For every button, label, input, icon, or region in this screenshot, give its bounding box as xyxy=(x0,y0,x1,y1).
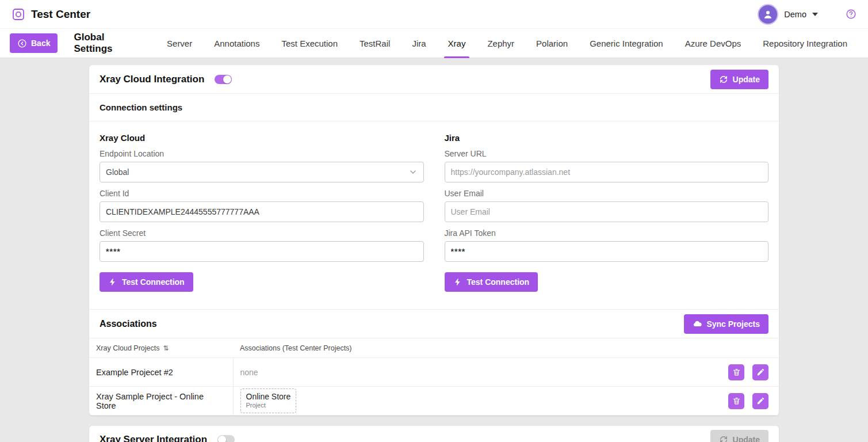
update-button-disabled[interactable]: Update xyxy=(710,430,768,442)
column-label: Xray Cloud Projects xyxy=(96,344,159,352)
person-icon xyxy=(762,9,774,20)
client-secret-label: Client Secret xyxy=(100,228,424,238)
toggle-knob xyxy=(223,75,231,83)
chip-project-type: Project xyxy=(246,402,291,410)
app-logo: Test Center xyxy=(12,7,90,21)
delete-button[interactable] xyxy=(728,364,744,380)
xray-cloud-toggle[interactable] xyxy=(215,75,232,84)
connection-settings-label: Connection settings xyxy=(100,102,182,112)
tab-xray[interactable]: Xray xyxy=(437,29,477,58)
lightning-bolt-icon xyxy=(108,277,117,287)
client-id-label: Client Id xyxy=(100,189,424,198)
xray-cloud-test-connection-button[interactable]: Test Connection xyxy=(100,272,193,292)
test-connection-label: Test Connection xyxy=(467,277,530,287)
column-header-actions xyxy=(721,338,779,358)
page-title: Global Settings xyxy=(74,32,142,55)
trash-icon xyxy=(732,368,741,376)
xray-server-title: Xray Server Integration xyxy=(100,434,207,442)
user-name: Demo xyxy=(784,10,806,19)
edit-button[interactable] xyxy=(752,364,768,380)
top-bar: Test Center Demo xyxy=(0,0,868,29)
server-url-input[interactable] xyxy=(445,162,769,182)
xray-cloud-column: Xray Cloud Endpoint Location Global Clie… xyxy=(100,133,424,292)
page: Test Center Demo xyxy=(0,0,868,442)
jira-column: Jira Server URL User Email Jira API Toke… xyxy=(445,133,769,292)
chip-project-name: Online Store xyxy=(246,392,291,402)
topbar-right: Demo xyxy=(758,4,856,25)
user-email-input[interactable] xyxy=(445,201,769,222)
delete-button[interactable] xyxy=(728,393,744,409)
jira-api-token-input[interactable] xyxy=(445,241,769,262)
association-chip[interactable]: Online Store Project xyxy=(240,388,297,413)
endpoint-location-value: Global xyxy=(106,167,129,177)
endpoint-location-label: Endpoint Location xyxy=(100,149,424,158)
settings-nav: Back Global Settings Server Annotations … xyxy=(0,29,868,58)
association-cell: none xyxy=(233,358,721,387)
pencil-icon xyxy=(756,368,765,376)
tab-polarion[interactable]: Polarion xyxy=(525,29,579,58)
xray-cloud-card-header: Xray Cloud Integration Update xyxy=(89,65,779,93)
content: Xray Cloud Integration Update Connection… xyxy=(0,58,868,442)
sync-projects-button[interactable]: Sync Projects xyxy=(684,314,768,334)
user-menu[interactable]: Demo xyxy=(758,4,818,25)
jira-api-token-label: Jira API Token xyxy=(445,228,769,238)
xray-server-card-header: Xray Server Integration Update xyxy=(89,426,779,442)
endpoint-location-select[interactable]: Global xyxy=(100,162,424,182)
connection-settings-heading: Connection settings xyxy=(89,93,779,121)
help-icon[interactable] xyxy=(846,9,856,20)
table-header-row: Xray Cloud Projects⇅ Associations (Test … xyxy=(89,338,779,358)
column-header-associations: Associations (Test Center Projects) xyxy=(233,338,721,358)
jira-section-title: Jira xyxy=(445,133,769,143)
test-connection-label: Test Connection xyxy=(122,277,185,287)
pencil-icon xyxy=(756,397,765,405)
sort-icon[interactable]: ⇅ xyxy=(163,344,169,352)
xray-server-toggle[interactable] xyxy=(217,435,235,442)
project-name: Xray Sample Project - Online Store xyxy=(89,387,233,416)
sync-projects-label: Sync Projects xyxy=(706,319,760,329)
trash-icon xyxy=(732,397,741,405)
xray-cloud-title: Xray Cloud Integration xyxy=(100,74,204,85)
refresh-icon xyxy=(719,75,728,84)
chevron-down-icon xyxy=(408,167,418,177)
lightning-bolt-icon xyxy=(453,277,462,287)
tab-jira[interactable]: Jira xyxy=(401,29,437,58)
app-title: Test Center xyxy=(31,8,90,21)
update-button[interactable]: Update xyxy=(710,70,768,89)
tab-server[interactable]: Server xyxy=(156,29,203,58)
server-url-label: Server URL xyxy=(445,149,769,158)
tab-repository-integration[interactable]: Repository Integration xyxy=(752,29,858,58)
tab-testrail[interactable]: TestRail xyxy=(349,29,401,58)
table-row: Example Projecet #2 none xyxy=(89,358,779,387)
app-logo-icon xyxy=(12,7,25,21)
xray-server-card: Xray Server Integration Update xyxy=(89,426,779,442)
tab-test-execution[interactable]: Test Execution xyxy=(270,29,349,58)
user-email-label: User Email xyxy=(445,189,769,198)
caret-down-icon xyxy=(812,13,818,16)
project-name: Example Projecet #2 xyxy=(89,358,233,387)
toggle-knob xyxy=(218,436,226,442)
xray-cloud-card: Xray Cloud Integration Update Connection… xyxy=(89,65,779,416)
client-id-input[interactable] xyxy=(100,201,424,222)
tab-bar: Server Annotations Test Execution TestRa… xyxy=(156,29,858,58)
client-secret-input[interactable] xyxy=(100,241,424,262)
column-header-projects[interactable]: Xray Cloud Projects⇅ xyxy=(89,338,233,358)
actions-cell xyxy=(721,387,779,416)
associations-table: Xray Cloud Projects⇅ Associations (Test … xyxy=(89,338,779,416)
tab-zephyr[interactable]: Zephyr xyxy=(476,29,525,58)
tab-azure-devops[interactable]: Azure DevOps xyxy=(674,29,752,58)
jira-test-connection-button[interactable]: Test Connection xyxy=(445,272,538,292)
tab-annotations[interactable]: Annotations xyxy=(203,29,270,58)
edit-button[interactable] xyxy=(752,393,768,409)
tab-generic-integration[interactable]: Generic Integration xyxy=(579,29,674,58)
association-cell: Online Store Project xyxy=(233,387,721,416)
avatar xyxy=(758,4,778,25)
association-value: none xyxy=(240,368,258,377)
column-label: Associations (Test Center Projects) xyxy=(240,344,352,352)
update-label: Update xyxy=(733,75,760,84)
back-button[interactable]: Back xyxy=(10,33,58,53)
xray-cloud-section-title: Xray Cloud xyxy=(100,133,424,143)
back-label: Back xyxy=(31,39,50,48)
refresh-icon xyxy=(719,435,728,442)
back-arrow-icon xyxy=(17,39,27,48)
cloud-sync-icon xyxy=(693,319,702,329)
